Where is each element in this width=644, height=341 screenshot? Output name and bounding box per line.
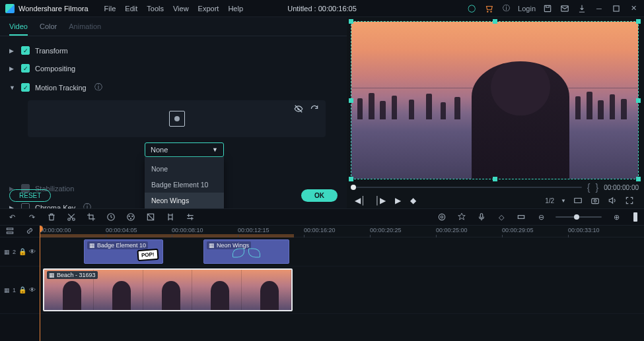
refresh-icon[interactable] xyxy=(310,104,319,115)
manage-tracks-icon[interactable] xyxy=(5,226,15,237)
clip-neon-wings[interactable]: ▦Neon Wings xyxy=(203,239,289,264)
eye-icon[interactable]: 👁 xyxy=(29,286,36,294)
motion-track-target-dropdown: None ▼ None Badge Element 10 Neon Wings … xyxy=(145,142,338,157)
save-icon[interactable] xyxy=(542,3,553,14)
scrub-track[interactable] xyxy=(351,187,582,188)
resize-handle[interactable] xyxy=(349,177,353,181)
volume-icon[interactable] xyxy=(607,195,618,206)
checkbox-chroma-key[interactable] xyxy=(21,203,30,208)
dropdown-item-badge[interactable]: Badge Element 10 xyxy=(145,177,224,193)
tab-animation[interactable]: Animation xyxy=(69,22,101,36)
adjust-icon[interactable] xyxy=(185,212,196,222)
scrub-playhead[interactable] xyxy=(351,185,356,190)
support-icon[interactable]: ◯ xyxy=(466,3,477,14)
eye-icon[interactable]: 👁 xyxy=(29,248,36,255)
play-button[interactable]: ▶ xyxy=(395,196,401,205)
chevron-right-icon[interactable]: ▶ xyxy=(9,65,16,72)
crop-icon[interactable] xyxy=(86,212,96,222)
resize-handle[interactable] xyxy=(636,19,641,24)
ok-button[interactable]: OK xyxy=(301,189,338,202)
menu-edit[interactable]: Edit xyxy=(125,5,137,13)
menu-help[interactable]: Help xyxy=(228,5,243,13)
checkbox-motion-tracking[interactable]: ✓ xyxy=(21,83,30,92)
chevron-down-icon[interactable]: ▼ xyxy=(9,84,16,91)
fullscreen-icon[interactable] xyxy=(624,195,635,206)
target-crosshair-icon[interactable] xyxy=(169,111,185,127)
zoom-in-icon[interactable]: ⊕ xyxy=(611,212,622,222)
color-icon[interactable] xyxy=(125,212,136,222)
help-icon[interactable]: ⓘ xyxy=(83,202,91,208)
zoom-label[interactable]: 1/2 xyxy=(545,197,554,204)
zoom-slider[interactable] xyxy=(555,216,602,218)
prop-transform[interactable]: ▶ ✓ Transform xyxy=(9,42,338,59)
tab-color[interactable]: Color xyxy=(40,22,57,36)
menu-tools[interactable]: Tools xyxy=(147,5,164,13)
snapshot-icon[interactable] xyxy=(590,195,600,206)
preview-timecode: 00:00:00:00 xyxy=(604,184,639,191)
preview-viewport[interactable] xyxy=(351,21,639,179)
quality-icon[interactable] xyxy=(573,195,583,206)
dropdown-selected[interactable]: None ▼ xyxy=(145,142,224,157)
checkbox-compositing[interactable]: ✓ xyxy=(21,64,30,73)
message-icon[interactable] xyxy=(559,3,570,14)
menu-file[interactable]: File xyxy=(104,5,116,13)
clip-beach[interactable]: ▦Beach - 31693 xyxy=(43,268,293,311)
prop-motion-tracking[interactable]: ▼ ✓ Motion Tracking ⓘ xyxy=(9,77,338,98)
svg-point-11 xyxy=(127,214,135,221)
link-icon[interactable] xyxy=(25,226,34,237)
step-fwd-button[interactable]: ◆ xyxy=(410,196,416,205)
maximize-icon[interactable] xyxy=(611,3,622,14)
lock-icon[interactable]: 🔒 xyxy=(18,248,26,255)
chevron-down-icon[interactable]: ▼ xyxy=(561,198,566,204)
green-screen-icon[interactable] xyxy=(145,212,156,222)
menu-view[interactable]: View xyxy=(173,5,189,13)
menu-export[interactable]: Export xyxy=(198,5,219,13)
download-icon[interactable] xyxy=(577,3,587,14)
dropdown-item-neon-wings[interactable]: Neon Wings xyxy=(145,193,224,208)
zoom-out-icon[interactable]: ⊖ xyxy=(536,212,546,222)
property-tabs: Video Color Animation xyxy=(0,17,347,36)
dropdown-item-none[interactable]: None xyxy=(145,161,224,177)
step-back-button[interactable]: │▶ xyxy=(375,196,386,205)
cut-icon[interactable] xyxy=(66,212,77,222)
voiceover-icon[interactable] xyxy=(476,212,487,222)
marker-icon[interactable] xyxy=(456,212,467,222)
close-icon[interactable]: ✕ xyxy=(628,3,639,14)
video-track-lane[interactable]: ▦Beach - 31693 xyxy=(40,266,644,314)
mixer-icon[interactable] xyxy=(437,212,447,222)
resize-handle[interactable] xyxy=(349,98,353,103)
motion-track-preview[interactable] xyxy=(28,100,326,137)
timeline-tracks: 00:00:00:0000:00:04:0500:00:08:1000:00:1… xyxy=(40,226,644,341)
help-icon[interactable]: ⓘ xyxy=(94,82,102,93)
time-ruler[interactable]: 00:00:00:0000:00:04:0500:00:08:1000:00:1… xyxy=(40,226,644,237)
visibility-off-icon[interactable] xyxy=(294,104,303,115)
chevron-right-icon[interactable]: ▶ xyxy=(9,47,16,54)
reset-button[interactable]: RESET xyxy=(9,189,51,202)
tab-video[interactable]: Video xyxy=(9,22,28,36)
clip-badge-element[interactable]: ▦Badge Element 10 POP! xyxy=(84,239,163,264)
resize-handle[interactable] xyxy=(493,19,497,24)
resize-handle[interactable] xyxy=(493,177,497,181)
keyframe-icon[interactable]: ◇ xyxy=(496,212,507,222)
resize-handle[interactable] xyxy=(636,177,641,181)
stop-button[interactable]: ◀│ xyxy=(355,196,366,205)
playhead[interactable] xyxy=(40,226,40,341)
undo-icon[interactable]: ↶ xyxy=(7,212,17,222)
render-icon[interactable] xyxy=(516,212,526,222)
prop-compositing[interactable]: ▶ ✓ Compositing xyxy=(9,59,338,77)
speed-icon[interactable] xyxy=(106,212,116,222)
fx-track-lane[interactable]: ▦Badge Element 10 POP! ▦Neon Wings xyxy=(40,237,644,266)
redo-icon[interactable]: ↷ xyxy=(26,212,37,222)
chevron-right-icon[interactable]: ▶ xyxy=(9,204,16,209)
lock-icon[interactable]: 🔒 xyxy=(18,286,26,294)
resize-handle[interactable] xyxy=(349,19,353,24)
delete-icon[interactable] xyxy=(46,212,57,222)
minimize-icon[interactable]: ─ xyxy=(594,3,604,14)
checkbox-transform[interactable]: ✓ xyxy=(21,46,30,55)
cart-icon[interactable] xyxy=(483,3,494,14)
info-icon[interactable]: ⓘ xyxy=(501,3,511,14)
login-button[interactable]: Login xyxy=(518,5,536,13)
zoom-fit-icon[interactable] xyxy=(633,212,637,222)
resize-handle[interactable] xyxy=(636,98,641,103)
track-icon[interactable] xyxy=(165,212,176,222)
